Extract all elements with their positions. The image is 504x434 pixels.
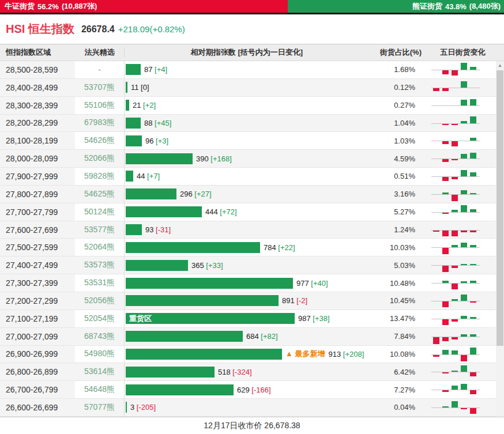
five-day-bar-down — [461, 355, 467, 361]
contracts-value: 11 [0] — [131, 83, 149, 92]
contracts-value: 784 [+22] — [264, 243, 295, 252]
contracts-cell: 21 [+2] — [124, 97, 369, 114]
five-day-bar-up — [452, 210, 458, 212]
outstanding-pct-cell: 1.03% — [369, 132, 430, 149]
outstanding-pct-cell: 7.84% — [369, 328, 430, 345]
sg-pick-cell[interactable]: 54626熊 — [75, 132, 124, 149]
sg-pick-cell[interactable]: 52066熊 — [75, 150, 124, 167]
sg-pick-cell[interactable]: 50124熊 — [75, 203, 124, 221]
five-day-bar-down — [442, 319, 449, 325]
table-row: 26,900-26,99954980熊▲ 最多新增913 [+208]10.08… — [0, 346, 496, 364]
bear-warrant-segment: 熊证街货 43.8% (8,480张) — [288, 0, 504, 13]
sg-pick-cell[interactable]: 53573熊 — [75, 256, 124, 274]
contracts-value: 891 [-2] — [282, 296, 307, 305]
sg-pick-cell[interactable]: 59828熊 — [75, 168, 124, 185]
five-day-bar-up — [470, 153, 476, 158]
sg-pick-cell[interactable]: 54980熊 — [75, 346, 124, 363]
contracts-cell: 11 [0] — [124, 79, 369, 96]
scrollbar-up-arrow-icon[interactable]: ▲ — [496, 61, 504, 70]
five-day-bar-up — [470, 264, 476, 265]
five-day-bar-up — [452, 350, 458, 354]
sg-pick-cell[interactable]: 54625熊 — [75, 186, 124, 203]
contracts-bar — [126, 153, 193, 164]
index-range-cell: 26,600-26,699 — [0, 399, 75, 416]
outstanding-pct-cell: 1.68% — [369, 61, 430, 78]
five-day-baseline — [431, 212, 480, 213]
sg-pick-cell[interactable]: 52054熊 — [75, 310, 124, 327]
index-range-cell: 27,300-27,399 — [0, 274, 75, 292]
outstanding-pct-cell: 1.04% — [369, 115, 430, 132]
contracts-cell: ▲ 最多新增913 [+208] — [124, 346, 369, 363]
five-day-bar-up — [461, 205, 467, 212]
sg-pick-cell[interactable]: 53577熊 — [75, 221, 124, 239]
five-day-bar-down — [452, 124, 458, 125]
contracts-bar — [126, 260, 188, 271]
five-day-bar-up — [461, 100, 467, 105]
index-range-cell: 27,400-27,499 — [0, 256, 75, 274]
contracts-bar — [126, 118, 141, 129]
index-range-cell: 28,200-28,299 — [0, 115, 75, 132]
table-row: 28,100-28,19954626熊96 [+3]1.03% — [0, 132, 496, 150]
bull-warrant-count: (10,887张) — [62, 1, 97, 12]
table-row: 28,000-28,09952066熊390 [+168]4.59% — [0, 150, 496, 168]
sg-pick-cell[interactable]: 68743熊 — [75, 328, 124, 345]
sg-pick-cell[interactable]: 67983熊 — [75, 115, 124, 132]
scrollbar-thumb[interactable] — [497, 70, 503, 346]
five-day-bar-up — [461, 190, 467, 194]
five-day-bar-up — [461, 264, 467, 265]
five-day-bar-down — [452, 159, 458, 160]
contracts-value: 977 [+40] — [296, 279, 328, 288]
five-day-chart-cell — [430, 168, 496, 185]
contracts-bar — [126, 64, 141, 75]
contracts-bar — [126, 224, 142, 235]
five-day-chart-cell — [430, 221, 496, 239]
sg-pick-cell[interactable]: 52056熊 — [75, 292, 124, 310]
five-day-chart-cell — [430, 97, 496, 114]
table-row: 27,000-27,09968743熊684 [+82]7.84% — [0, 328, 496, 346]
contracts-cell: 977 [+40] — [124, 274, 369, 292]
sg-pick-cell[interactable]: - — [75, 61, 124, 78]
five-day-bar-up — [452, 245, 458, 247]
sg-pick-cell[interactable]: 57077熊 — [75, 399, 124, 416]
five-day-chart-cell — [430, 79, 496, 96]
index-range-cell: 28,100-28,199 — [0, 132, 75, 149]
one-day-change: [-31] — [156, 225, 171, 234]
contracts-cell: 518 [-324] — [124, 363, 369, 380]
warrant-ratio-bar: 牛证街货 56.2% (10,887张) 熊证街货 43.8% (8,480张) — [0, 0, 504, 13]
table-row: 26,700-26,79954648熊629 [-166]7.27% — [0, 381, 496, 399]
contracts-value: 684 [+82] — [246, 332, 278, 341]
table-row: 27,800-27,89954625熊296 [+27]3.16% — [0, 186, 496, 203]
sg-pick-cell[interactable]: 53707熊 — [75, 79, 124, 96]
scrollbar[interactable]: ▲ — [496, 61, 504, 417]
contracts-bar — [126, 242, 260, 253]
five-day-bar-down — [452, 177, 458, 179]
five-day-bar-down — [433, 88, 439, 91]
sg-pick-cell[interactable]: 52064熊 — [75, 239, 124, 256]
sg-pick-cell[interactable]: 55106熊 — [75, 97, 124, 114]
sg-pick-cell[interactable]: 54648熊 — [75, 381, 124, 398]
index-range-cell: 27,200-27,299 — [0, 292, 75, 310]
most-added-note: ▲ 最多新增 — [285, 349, 325, 359]
five-day-bar-down — [433, 231, 439, 232]
contracts-value: 629 [-166] — [237, 386, 271, 394]
five-day-bar-down — [470, 390, 476, 394]
contracts-cell: 891 [-2] — [124, 292, 369, 310]
contracts-value: 518 [-324] — [218, 368, 252, 376]
index-range-cell: 26,800-26,899 — [0, 363, 75, 380]
five-day-bar-up — [461, 81, 467, 88]
contracts-cell: 365 [+33] — [124, 256, 369, 274]
five-day-bar-down — [452, 266, 458, 268]
five-day-bar-down — [470, 372, 476, 376]
five-day-baseline — [431, 105, 480, 106]
sg-pick-cell[interactable]: 53614熊 — [75, 363, 124, 380]
index-range-cell: 27,600-27,699 — [0, 221, 75, 239]
five-day-bar-up — [442, 350, 449, 354]
index-range-cell: 27,000-27,099 — [0, 328, 75, 345]
sg-pick-cell[interactable]: 53531熊 — [75, 274, 124, 292]
five-day-bar-down — [452, 284, 458, 289]
one-day-change: [+72] — [220, 207, 236, 216]
table-row: 28,300-28,39955106熊21 [+2]0.27% — [0, 97, 496, 115]
index-title-row: HSI 恒生指数 26678.4 +218.09(+0.82%) — [0, 14, 504, 44]
one-day-change: [+4] — [155, 65, 167, 74]
five-day-bar-down — [461, 231, 467, 232]
